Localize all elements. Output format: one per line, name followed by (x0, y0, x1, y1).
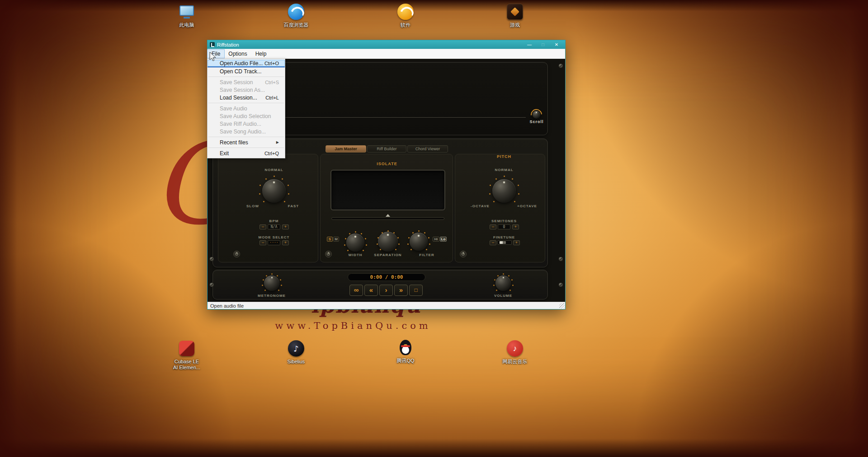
isolate-power-button[interactable] (325, 251, 332, 257)
menu-item-save-riff-audio[interactable]: Save Riff Audio... (208, 120, 285, 128)
metronome-knob[interactable] (264, 276, 279, 291)
scroll-knob[interactable] (533, 111, 540, 119)
isolate-display[interactable] (330, 170, 445, 210)
pitch-knob[interactable] (492, 179, 516, 203)
app-icon (210, 42, 215, 47)
stop-button[interactable]: □ (409, 285, 423, 296)
menu-item-save-audio[interactable]: Save Audio (208, 105, 285, 112)
bpm-plus-button[interactable]: + (282, 224, 289, 229)
desktop-icon-baidu-browser[interactable]: 百度浏览器 (274, 3, 318, 28)
icon-label: 游戏 (510, 22, 520, 28)
screw-decoration (559, 64, 563, 68)
screw-decoration (559, 257, 563, 261)
finetune-slider[interactable] (497, 240, 512, 245)
status-text: Open audio file (210, 303, 244, 309)
desktop-icon-cubase[interactable]: Cubase LEAI Elemen... (165, 339, 208, 371)
tempo-normal-label: NORMAL (264, 168, 283, 172)
tempo-knob[interactable] (262, 179, 286, 203)
screw-decoration (210, 283, 214, 287)
close-button[interactable]: ✕ (550, 40, 563, 49)
desktop-icon-this-pc[interactable]: 此电脑 (165, 3, 208, 28)
screw-decoration (559, 283, 563, 287)
desktop-icon-netease-music[interactable]: ♪ 网易云音乐 (493, 339, 537, 365)
tempo-fast-label: FAST (288, 204, 299, 208)
desktop-icon-games[interactable]: 游戏 (493, 3, 537, 28)
width-label: WIDTH (348, 253, 362, 257)
menu-item-open-audio-file[interactable]: Open Audio File... Ctrl+O (208, 60, 285, 67)
menu-item-save-session[interactable]: Save Session Ctrl+S (208, 78, 285, 86)
isolate-title: ISOLATE (377, 162, 397, 166)
separation-knob[interactable] (378, 232, 398, 252)
mode-plus-button[interactable]: + (282, 240, 289, 245)
semitones-minus-button[interactable]: – (490, 224, 496, 229)
window-title: Riffstation (217, 42, 523, 48)
octave-up-label: +OCTAVE (517, 204, 537, 208)
filter-lo-button[interactable]: Lo (440, 237, 447, 242)
tab-jam-master[interactable]: Jam Master (326, 145, 366, 152)
loop-button[interactable]: ∞ (349, 285, 363, 296)
menu-help[interactable]: Help (251, 50, 271, 58)
file-menu-dropdown: Open Audio File... Ctrl+O Open CD Track.… (207, 58, 285, 158)
desktop-icon-software[interactable]: 软件 (384, 3, 427, 28)
mute-button[interactable]: M (333, 237, 339, 242)
desktop: G ipbianqu www.TopBianQu.com 此电脑 百度浏览器 软… (0, 0, 868, 457)
pitch-module: PITCH NORMAL -OCTAVE +OCTAVE SEMITONES –… (455, 154, 545, 262)
isolate-slider-marker[interactable] (386, 214, 390, 217)
titlebar[interactable]: Riffstation — □ ✕ (208, 40, 565, 49)
bpm-label: BPM (269, 219, 279, 223)
filter-hi-button[interactable]: Hi (433, 237, 439, 242)
volume-knob[interactable] (495, 276, 511, 291)
time-display: 0:00 / 0:00 (348, 273, 425, 281)
maximize-button[interactable]: □ (536, 40, 550, 49)
netease-music-icon: ♪ (506, 339, 524, 357)
menu-separator (208, 148, 284, 148)
solo-button[interactable]: S (327, 237, 333, 242)
menu-item-save-audio-selection[interactable]: Save Audio Selection (208, 112, 285, 120)
semitones-plus-button[interactable]: + (512, 224, 519, 229)
menu-item-open-cd-track[interactable]: Open CD Track... (208, 67, 285, 75)
mode-minus-button[interactable]: – (259, 240, 266, 245)
tab-chord-viewer[interactable]: Chord Viewer (407, 145, 448, 152)
icon-label: Sibelius (288, 359, 305, 365)
menu-item-load-session[interactable]: Load Session... Ctrl+L (208, 94, 285, 101)
pitch-normal-label: NORMAL (495, 168, 513, 172)
metronome-label: METRONOME (258, 294, 286, 298)
fast-forward-button[interactable]: » (394, 285, 408, 296)
isolate-module: ISOLATE S M Hi Lo WIDTH SEPARATION FILTE… (320, 154, 453, 262)
menu-separator (208, 76, 284, 77)
menu-file[interactable]: File (208, 50, 224, 58)
bpm-minus-button[interactable]: – (259, 224, 266, 229)
menu-item-exit[interactable]: Exit Ctrl+Q (208, 149, 285, 157)
icon-label: 网易云音乐 (503, 359, 528, 365)
tab-riff-builder[interactable]: Riff Builder (367, 145, 406, 152)
icon-label: 软件 (401, 22, 410, 28)
finetune-minus-button[interactable]: – (490, 240, 496, 245)
this-pc-icon (178, 3, 195, 21)
volume-label: VOLUME (494, 294, 512, 298)
width-knob[interactable] (346, 233, 364, 252)
screw-decoration (210, 257, 214, 261)
play-button[interactable]: › (379, 285, 393, 296)
icon-label: Cubase LEAI Elemen... (173, 359, 200, 371)
menu-options[interactable]: Options (224, 50, 251, 58)
rewind-button[interactable]: « (364, 285, 378, 296)
minimize-button[interactable]: — (523, 40, 536, 49)
bpm-display: N/A (268, 224, 280, 229)
desktop-icon-sibelius[interactable]: ♪ Sibelius (274, 339, 318, 365)
desktop-icon-qq[interactable]: 腾讯QQ (384, 338, 427, 364)
tempo-power-button[interactable] (233, 251, 240, 257)
menu-item-save-session-as[interactable]: Save Session As... (208, 86, 285, 94)
octave-down-label: -OCTAVE (471, 204, 490, 208)
filter-knob[interactable] (410, 233, 428, 251)
resize-grip[interactable] (559, 303, 565, 309)
icon-label: 腾讯QQ (396, 358, 414, 364)
isolate-slider[interactable] (331, 217, 444, 220)
menu-item-save-song-audio[interactable]: Save Song Audio... (208, 128, 285, 135)
pitch-power-button[interactable] (460, 251, 467, 257)
icon-label: 此电脑 (179, 22, 194, 28)
menu-separator (208, 103, 284, 103)
finetune-plus-button[interactable]: + (513, 240, 520, 245)
sibelius-icon: ♪ (288, 339, 305, 357)
qq-icon (397, 338, 414, 357)
menu-item-recent-files[interactable]: Recent files ▶ (208, 138, 285, 146)
